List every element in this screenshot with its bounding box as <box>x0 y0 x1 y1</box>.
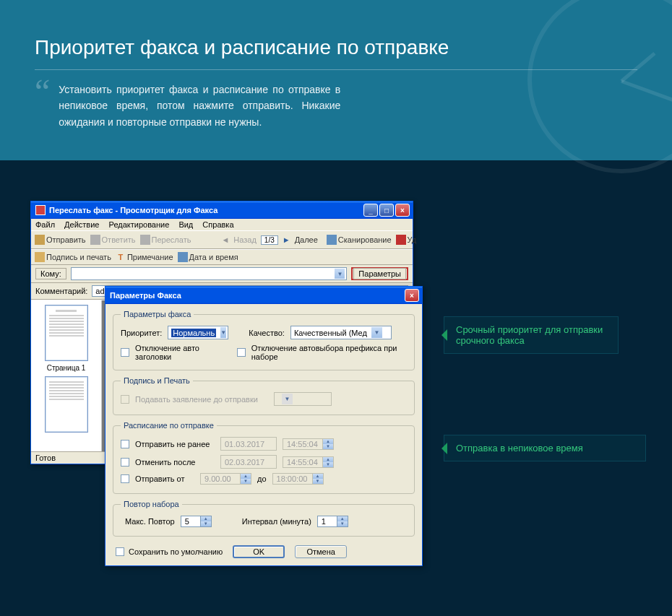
minimize-button[interactable]: _ <box>363 204 378 217</box>
maximize-button[interactable]: □ <box>379 204 394 217</box>
menu-bar: Файл Действие Редактирование Вид Справка <box>31 219 413 230</box>
disable-header-checkbox[interactable] <box>121 348 129 357</box>
chevron-down-icon: ▼ <box>335 269 345 279</box>
window-title: Переслать факс - Просмотрщик для Факса <box>49 206 363 214</box>
menu-action[interactable]: Действие <box>64 220 99 229</box>
delete-icon <box>396 235 406 245</box>
note-icon: T <box>116 252 126 262</box>
time-from-spinner: 9.00.00▲▼ <box>200 473 251 485</box>
dialog-close-button[interactable]: × <box>405 289 419 302</box>
forward-button[interactable]: Переслать <box>140 235 191 245</box>
cancel-after-checkbox[interactable] <box>121 458 129 467</box>
interval-label: Интервал (минута) <box>242 517 311 526</box>
dialog-titlebar[interactable]: Параметры Факса × <box>105 287 422 304</box>
dialog-title: Параметры Факса <box>110 291 405 300</box>
menu-file[interactable]: Файл <box>35 220 55 229</box>
apply-before-send-checkbox <box>121 395 129 404</box>
menu-view[interactable]: Вид <box>178 220 193 229</box>
send-button[interactable]: Отправить <box>35 235 86 245</box>
chevron-down-icon: ▼ <box>282 394 293 404</box>
send-not-before-checkbox[interactable] <box>121 440 129 448</box>
callout-schedule: Отправка в непиковое время <box>444 435 646 461</box>
note-button[interactable]: TПримечание <box>116 252 173 262</box>
time-spinner: 14:55:04▲▼ <box>283 456 334 468</box>
chevron-down-icon: ▼ <box>220 327 226 338</box>
back-button[interactable]: Назад <box>233 235 257 244</box>
date-input: 01.03.2017 <box>220 437 277 451</box>
scan-button[interactable]: Сканирование <box>327 235 392 245</box>
chk-label: Отправить от <box>135 474 194 483</box>
chk-label: Отключение автовыбора префикса при набор… <box>251 344 407 361</box>
schedule-group: Расписание по отправке Отправить не ране… <box>113 421 415 494</box>
datetime-button[interactable]: Дата и время <box>178 252 238 262</box>
chk-label: Отправить не ранее <box>135 440 215 448</box>
reply-icon <box>90 235 100 245</box>
group-legend: Параметры факса <box>121 310 194 318</box>
page-description: Установить приоритет факса и расписание … <box>59 82 340 130</box>
thumbnail-panel: Страница 1 <box>31 300 102 451</box>
page-thumbnail[interactable] <box>45 305 88 361</box>
signature-icon <box>35 252 45 262</box>
quote-icon: “ <box>35 82 50 130</box>
close-button[interactable]: × <box>395 204 410 217</box>
page-indicator[interactable]: 1/3 <box>261 235 278 245</box>
priority-label: Приоритет: <box>121 329 162 337</box>
forward-icon <box>140 235 150 245</box>
fax-parameters-dialog: Параметры Факса × Параметры факса Приори… <box>105 286 423 566</box>
disable-prefix-checkbox[interactable] <box>237 348 246 357</box>
toolbar-annotate: Подпись и печать TПримечание Дата и врем… <box>31 249 413 265</box>
group-legend: Подпись и Печать <box>121 376 193 385</box>
time-to-spinner: 18:00:00▲▼ <box>272 473 324 485</box>
signature-select: ▼ <box>274 392 332 406</box>
app-icon <box>35 205 46 215</box>
highlight-box: Параметры <box>351 267 408 280</box>
chk-label: Отключение авто заголовки <box>135 344 227 361</box>
recipient-combo[interactable]: ▼ <box>71 267 348 280</box>
priority-select[interactable]: Нормальнь▼ <box>168 326 228 339</box>
next-button[interactable]: Далее <box>295 235 318 244</box>
group-legend: Расписание по отправке <box>121 421 217 430</box>
parameters-button[interactable]: Параметры <box>353 268 406 279</box>
chk-label: Отменить после <box>135 458 215 467</box>
send-from-checkbox[interactable] <box>121 474 129 483</box>
save-default-checkbox[interactable] <box>116 547 124 556</box>
interval-spinner[interactable]: 1▲▼ <box>317 516 348 527</box>
date-icon <box>178 252 188 262</box>
menu-help[interactable]: Справка <box>202 220 233 229</box>
chevron-down-icon: ▼ <box>371 327 382 338</box>
page-label: Страница 1 <box>31 364 101 372</box>
fax-params-group: Параметры факса Приоритет: Нормальнь▼ Ка… <box>113 310 415 370</box>
signature-button[interactable]: Подпись и печать <box>35 252 111 262</box>
quality-select[interactable]: Качественный (Мед▼ <box>290 326 392 339</box>
scan-icon <box>327 235 337 245</box>
time-spinner: 14:55:04▲▼ <box>283 438 334 450</box>
quality-label: Качество: <box>249 329 285 337</box>
to-button[interactable]: Кому: <box>35 268 66 279</box>
save-default-label: Сохранить по умолчанию <box>129 547 223 556</box>
reply-button[interactable]: Ответить <box>90 235 136 245</box>
signature-group: Подпись и Печать Подавать заявление до о… <box>113 376 415 415</box>
window-titlebar[interactable]: Переслать факс - Просмотрщик для Факса _… <box>31 201 413 219</box>
cancel-button[interactable]: Отмена <box>295 545 347 558</box>
toolbar-main: Отправить Ответить Переслать ◄ Назад 1/3… <box>31 230 413 249</box>
max-retry-spinner[interactable]: 5▲▼ <box>181 516 212 527</box>
address-bar: Кому: ▼ Параметры <box>31 265 413 283</box>
ok-button[interactable]: OK <box>233 545 285 558</box>
chk-label: Подавать заявление до отправки <box>135 395 258 404</box>
clock-decoration <box>527 0 672 173</box>
retry-group: Повтор набора Макс. Повтор 5▲▼ Интервал … <box>113 500 415 537</box>
send-icon <box>35 235 45 245</box>
comment-label: Комментарий: <box>35 287 87 295</box>
group-legend: Повтор набора <box>121 500 182 508</box>
page-thumbnail[interactable] <box>45 376 88 433</box>
delete-button[interactable]: Уд <box>396 235 417 245</box>
max-retry-label: Макс. Повтор <box>125 517 175 526</box>
to-label: до <box>257 474 267 483</box>
menu-edit[interactable]: Редактирование <box>109 220 170 229</box>
callout-priority: Срочный приоритет для отправки срочного … <box>444 316 619 354</box>
date-input: 02.03.2017 <box>220 455 277 469</box>
